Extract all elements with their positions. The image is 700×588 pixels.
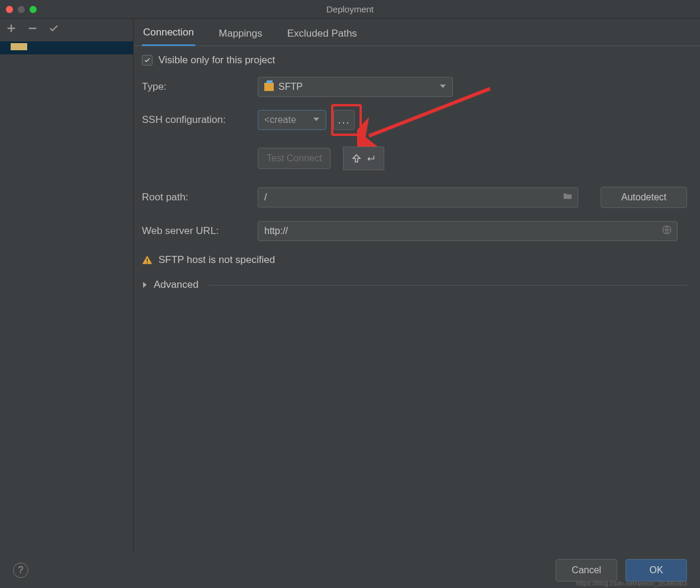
advanced-label: Advanced xyxy=(154,279,199,291)
sidebar xyxy=(0,19,134,553)
ssh-config-browse-button[interactable]: ... xyxy=(333,110,355,130)
chevron-right-icon xyxy=(142,282,148,288)
autodetect-button[interactable]: Autodetect xyxy=(601,187,687,208)
sftp-icon xyxy=(264,83,274,91)
ok-button[interactable]: OK xyxy=(626,559,687,581)
divider xyxy=(208,285,687,285)
watermark-text: https://blog.csdn.net/weixin_35385983 xyxy=(576,580,687,587)
root-path-value: / xyxy=(264,192,267,203)
warning-icon xyxy=(142,255,153,265)
enter-icon xyxy=(365,154,375,163)
titlebar: Deployment xyxy=(0,0,700,19)
tab-connection[interactable]: Connection xyxy=(142,21,195,46)
folder-icon[interactable] xyxy=(562,191,573,204)
root-path-input[interactable]: / xyxy=(258,187,578,207)
add-icon[interactable] xyxy=(6,23,17,36)
type-dropdown[interactable]: SFTP xyxy=(258,77,453,97)
tab-mappings[interactable]: Mappings xyxy=(218,22,264,46)
tab-bar: Connection Mappings Excluded Paths xyxy=(134,19,700,46)
web-url-input[interactable]: http:// xyxy=(258,221,678,241)
advanced-expander[interactable]: Advanced xyxy=(142,279,687,291)
ssh-config-dropdown[interactable]: <create xyxy=(258,110,326,130)
shortcut-hint-popup xyxy=(343,147,384,170)
web-url-label: Web server URL: xyxy=(142,225,258,237)
chevron-down-icon xyxy=(439,82,446,92)
ssh-config-value: <create xyxy=(264,115,296,125)
warning-text: SFTP host is not specified xyxy=(158,254,275,266)
footer: ? Cancel OK https://blog.csdn.net/weixin… xyxy=(0,553,700,588)
globe-icon[interactable] xyxy=(662,225,672,238)
ssh-config-label: SSH configuration: xyxy=(142,114,258,126)
visible-only-checkbox[interactable] xyxy=(142,55,153,66)
chevron-down-icon xyxy=(313,115,320,125)
type-value: SFTP xyxy=(278,82,303,92)
connection-form: Visible only for this project Type: SFTP xyxy=(134,46,700,291)
warning-row: SFTP host is not specified xyxy=(142,254,687,266)
server-color-swatch-icon xyxy=(11,43,27,50)
window-title: Deployment xyxy=(0,4,700,14)
tab-excluded-paths[interactable]: Excluded Paths xyxy=(286,22,358,46)
web-url-value: http:// xyxy=(264,226,288,236)
remove-icon[interactable] xyxy=(27,23,38,36)
apply-icon[interactable] xyxy=(48,23,59,36)
test-connection-button[interactable]: Test Connect xyxy=(258,148,330,169)
sidebar-toolbar xyxy=(0,19,133,40)
type-label: Type: xyxy=(142,81,258,93)
svg-rect-1 xyxy=(147,259,148,262)
root-path-label: Root path: xyxy=(142,191,258,203)
visible-only-label: Visible only for this project xyxy=(158,54,275,66)
help-button[interactable]: ? xyxy=(13,563,28,578)
sidebar-item-server[interactable] xyxy=(0,41,133,54)
content: Connection Mappings Excluded Paths Visib… xyxy=(134,19,700,553)
shift-icon xyxy=(352,154,361,163)
main-area: Connection Mappings Excluded Paths Visib… xyxy=(0,19,700,553)
cancel-button[interactable]: Cancel xyxy=(556,559,617,581)
svg-rect-2 xyxy=(147,262,148,264)
